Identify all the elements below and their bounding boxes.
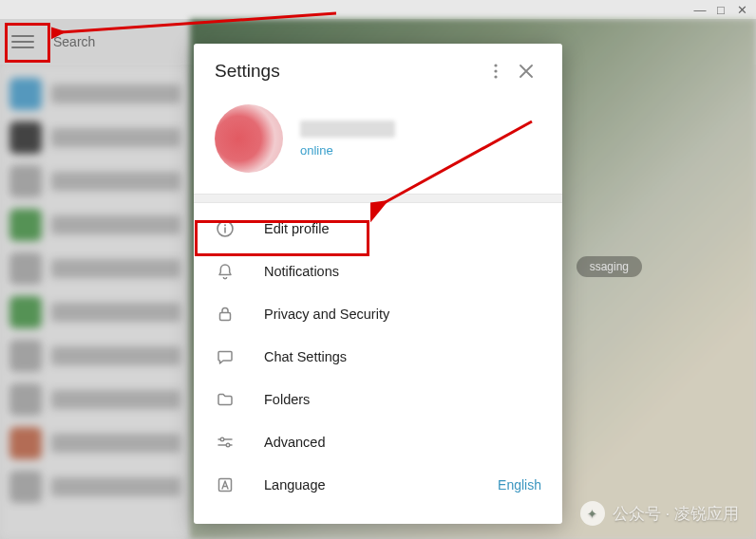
watermark: ✦ 公众号 · 凌锐应用	[580, 501, 739, 526]
window-controls: — □ ✕	[686, 0, 756, 19]
svg-point-4	[224, 224, 226, 226]
settings-item-privacy-and-security[interactable]: Privacy and Security	[194, 292, 562, 335]
svg-point-1	[494, 69, 497, 72]
sliders-icon	[215, 433, 236, 452]
maximize-button[interactable]: □	[714, 3, 728, 16]
info-icon	[215, 219, 236, 238]
chat-icon	[215, 347, 236, 366]
svg-point-7	[226, 443, 230, 447]
settings-title: Settings	[215, 61, 481, 82]
profile-avatar[interactable]	[215, 104, 283, 173]
tutorial-highlight-menu	[5, 23, 50, 63]
lock-icon	[215, 305, 236, 324]
profile-section[interactable]: online	[194, 99, 562, 194]
settings-item-label: Folders	[264, 392, 541, 407]
settings-item-notifications[interactable]: Notifications	[194, 250, 562, 292]
close-panel-button[interactable]	[511, 56, 541, 86]
settings-item-label: Edit profile	[264, 221, 541, 236]
settings-item-language[interactable]: LanguageEnglish	[194, 463, 562, 506]
folder-icon	[215, 390, 236, 409]
watermark-text: 公众号 · 凌锐应用	[613, 503, 739, 525]
watermark-icon: ✦	[580, 501, 605, 526]
settings-item-label: Privacy and Security	[264, 307, 541, 322]
profile-status: online	[300, 143, 395, 158]
settings-item-label: Advanced	[264, 435, 541, 450]
settings-menu-list: Edit profileNotificationsPrivacy and Sec…	[194, 203, 562, 506]
settings-item-folders[interactable]: Folders	[194, 378, 562, 420]
settings-item-label: Chat Settings	[264, 349, 541, 364]
svg-rect-5	[220, 312, 231, 320]
settings-item-value: English	[498, 477, 541, 493]
profile-name-blurred	[300, 121, 395, 138]
settings-panel: Settings online Edit profileNotification…	[194, 44, 562, 524]
svg-point-6	[220, 437, 224, 441]
svg-point-2	[494, 75, 497, 78]
settings-item-advanced[interactable]: Advanced	[194, 420, 562, 463]
settings-header: Settings	[194, 44, 562, 99]
svg-point-0	[494, 64, 497, 66]
section-divider	[194, 194, 562, 203]
settings-item-label: Language	[264, 477, 469, 493]
settings-item-edit-profile[interactable]: Edit profile	[194, 207, 562, 250]
settings-item-label: Notifications	[264, 264, 541, 279]
settings-item-chat-settings[interactable]: Chat Settings	[194, 335, 562, 378]
minimize-button[interactable]: —	[693, 3, 707, 16]
language-icon	[215, 475, 236, 494]
bell-icon	[215, 262, 236, 281]
more-menu-button[interactable]	[481, 56, 511, 86]
close-window-button[interactable]: ✕	[735, 3, 748, 16]
